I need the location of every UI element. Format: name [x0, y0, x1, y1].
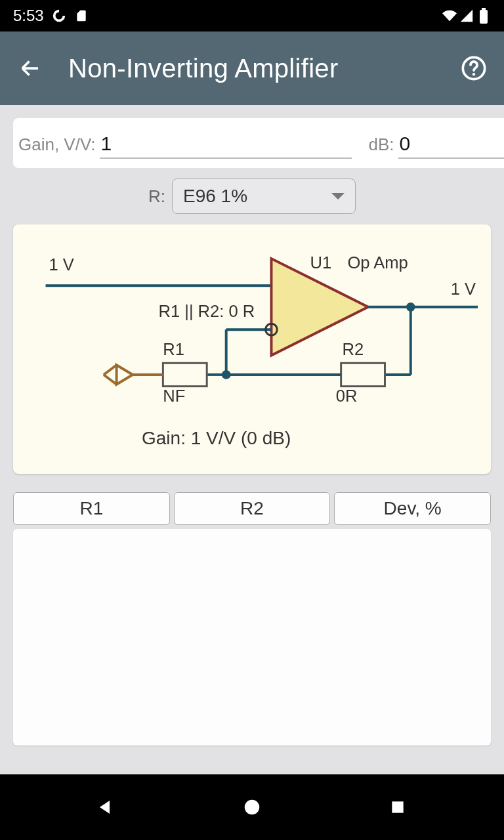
- r1-label: R1: [163, 340, 184, 358]
- vout-label: 1 V: [451, 280, 476, 298]
- r2-value: 0R: [336, 387, 358, 405]
- vin-label: 1 V: [49, 255, 74, 274]
- signal-icon: [459, 9, 474, 23]
- wifi-icon: [442, 9, 457, 23]
- nav-home-button[interactable]: [213, 788, 291, 827]
- svg-rect-1: [482, 8, 486, 10]
- svg-point-21: [245, 800, 260, 815]
- u1-label: U1: [310, 253, 331, 272]
- svg-rect-22: [392, 801, 403, 812]
- results-table-header: R1 R2 Dev, %: [13, 492, 491, 525]
- input-card: Gain, V/V: dB:: [13, 118, 504, 168]
- svg-rect-17: [163, 363, 207, 386]
- status-time: 5:53: [13, 7, 44, 25]
- battery-icon: [476, 9, 491, 23]
- db-label: dB:: [369, 135, 394, 155]
- table-col-r1[interactable]: R1: [13, 492, 170, 525]
- r2-label: R2: [343, 340, 364, 358]
- svg-line-19: [104, 365, 117, 375]
- app-icon-1: [52, 9, 66, 23]
- svg-line-20: [104, 375, 117, 385]
- page-title: Non-Inverting Amplifier: [68, 54, 455, 83]
- table-col-r2[interactable]: R2: [174, 492, 331, 525]
- chevron-down-icon: [331, 193, 345, 200]
- svg-rect-0: [480, 10, 488, 24]
- back-button[interactable]: [12, 50, 49, 87]
- content-area: Gain, V/V: dB: R: E96 1% 1 V U1 Op Amp: [0, 105, 504, 774]
- help-button[interactable]: [455, 50, 492, 87]
- status-bar: 5:53: [0, 0, 504, 32]
- sd-card-icon: [74, 9, 89, 23]
- resistor-series-label: R:: [148, 186, 165, 207]
- nav-recent-button[interactable]: [358, 788, 437, 827]
- gain-result: Gain: 1 V/V (0 dB): [142, 428, 291, 449]
- db-input[interactable]: [398, 130, 504, 159]
- results-table-body: [13, 529, 491, 746]
- ground-icon: [117, 365, 133, 384]
- gain-label: Gain, V/V:: [18, 135, 96, 155]
- svg-rect-10: [341, 363, 385, 386]
- gain-input[interactable]: [100, 130, 352, 159]
- nav-bar: [0, 774, 504, 840]
- nav-back-button[interactable]: [67, 788, 146, 827]
- r1-value: NF: [163, 387, 185, 405]
- parallel-label: R1 || R2: 0 R: [158, 302, 255, 320]
- schematic-card: 1 V U1 Op Amp 1 V R2 0R R1 || R: [13, 224, 491, 474]
- dropdown-selected: E96 1%: [183, 186, 331, 207]
- table-col-dev[interactable]: Dev, %: [334, 492, 491, 525]
- resistor-series-dropdown[interactable]: E96 1%: [172, 178, 356, 214]
- u1-type: Op Amp: [347, 253, 408, 272]
- app-bar: Non-Inverting Amplifier: [0, 32, 504, 105]
- circuit-diagram: 1 V U1 Op Amp 1 V R2 0R R1 || R: [26, 238, 478, 434]
- svg-point-3: [472, 73, 475, 75]
